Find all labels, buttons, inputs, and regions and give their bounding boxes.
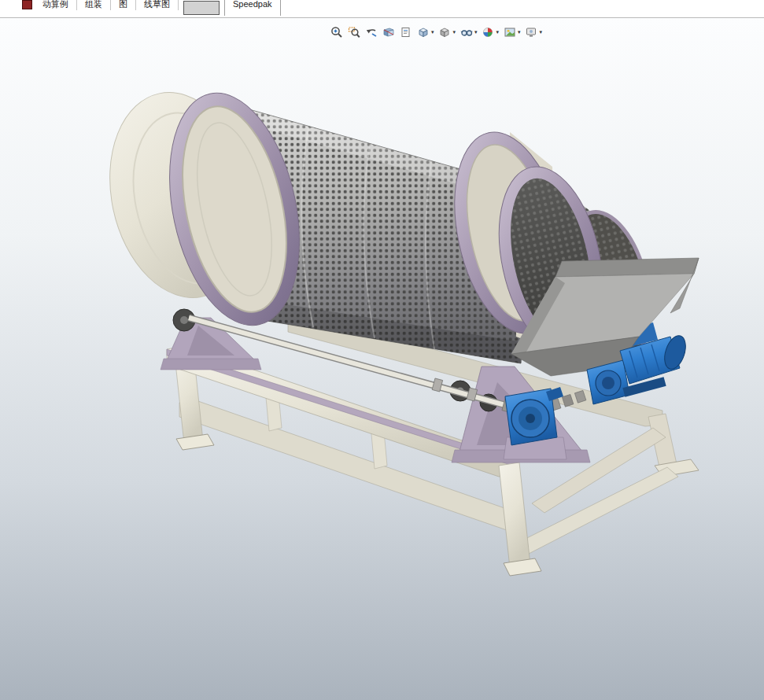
appearance-sphere-icon (482, 26, 494, 39)
tab-drawing[interactable]: 图 (111, 0, 136, 10)
viewport-3d[interactable] (0, 17, 764, 700)
zoom-to-fit-icon (330, 26, 343, 39)
tab-speedpak[interactable]: Speedpak (224, 0, 281, 16)
zoom-to-area-button[interactable] (346, 25, 361, 40)
tab-assembly[interactable]: 组装 (77, 0, 111, 10)
display-style-icon (438, 26, 451, 39)
zoom-to-area-icon (348, 26, 360, 39)
edit-appearance-button[interactable] (481, 25, 496, 40)
apply-scene-dropdown-arrow[interactable]: ▾ (518, 29, 521, 35)
previous-view-icon (365, 26, 378, 39)
scene-icon (504, 26, 516, 39)
hide-show-items-button[interactable] (459, 25, 474, 40)
tab-motion-study[interactable]: 动算例 (35, 0, 77, 10)
tab-motion-study-label: 动算例 (42, 0, 68, 9)
view-orientation-dropdown-arrow[interactable]: ▾ (431, 29, 434, 35)
tab-drawing-label: 图 (119, 0, 127, 9)
section-view-icon (382, 26, 395, 39)
glasses-icon (460, 26, 473, 39)
heads-up-toolbar: ▾ ▾ ▾ ▾ ▾ (329, 24, 543, 40)
edit-appearance-dropdown-arrow[interactable]: ▾ (496, 29, 500, 35)
dynamic-annotation-views-button[interactable] (398, 25, 413, 40)
display-style-dropdown-arrow[interactable]: ▾ (453, 29, 456, 35)
hide-show-dropdown-arrow[interactable]: ▾ (474, 29, 478, 35)
annotation-views-icon (400, 26, 412, 39)
section-view-button[interactable] (381, 25, 396, 40)
trommel-model[interactable] (0, 0, 764, 700)
apply-scene-button[interactable] (502, 25, 517, 40)
tab-assembly-label: 组装 (85, 0, 102, 9)
tab-sketch-label: 线草图 (144, 0, 170, 9)
tab-speedpak-label: Speedpak (233, 0, 272, 9)
previous-view-button[interactable] (364, 25, 378, 40)
tab-sketch[interactable]: 线草图 (136, 0, 179, 10)
view-settings-dropdown-arrow[interactable]: ▾ (540, 29, 543, 35)
view-orientation-icon (417, 26, 430, 39)
app-icon[interactable] (22, 0, 32, 9)
document-tab-bar: 动算例 组装 图 线草图 Speedpak (0, 0, 764, 18)
active-tool-button[interactable] (183, 1, 220, 15)
view-settings-button[interactable] (524, 25, 539, 40)
center-worm-gearbox[interactable] (505, 387, 563, 445)
tabs-row: 动算例 组装 图 线草图 Speedpak (35, 0, 281, 17)
view-settings-icon (525, 26, 537, 39)
display-style-button[interactable] (437, 25, 452, 40)
zoom-to-fit-button[interactable] (329, 25, 344, 40)
view-orientation-button[interactable] (415, 25, 430, 40)
